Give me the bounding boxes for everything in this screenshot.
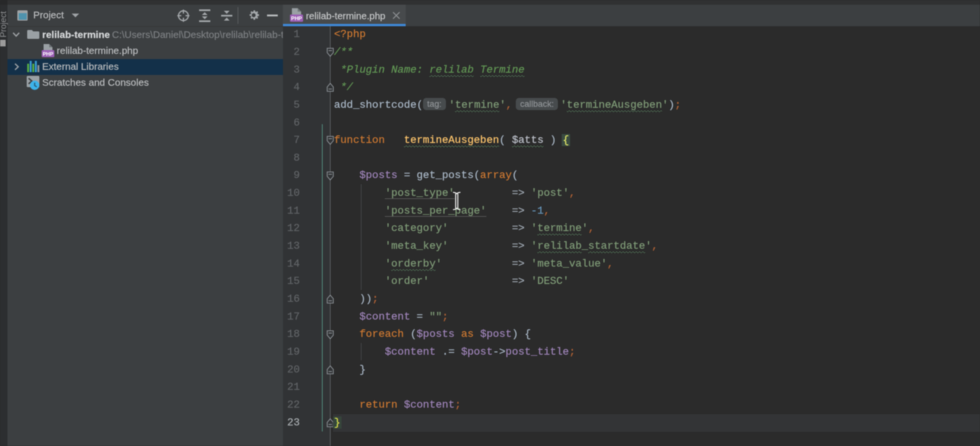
svg-text:PHP: PHP	[43, 51, 53, 57]
svg-text:PHP: PHP	[291, 15, 302, 21]
